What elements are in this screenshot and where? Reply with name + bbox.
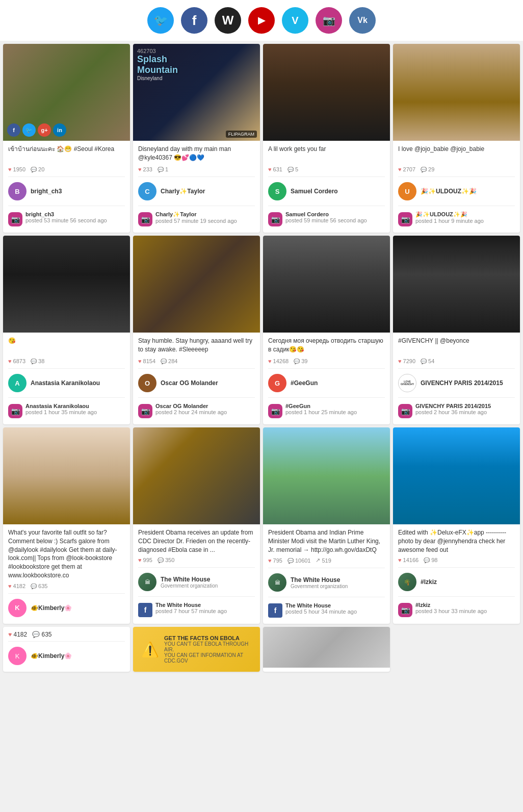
post-author-10: The White House bbox=[155, 602, 227, 608]
profile-section-4: U 🎉✨ULDOUZ✨🎉 bbox=[398, 180, 515, 202]
kimberly-stats-bottom: ♥ 4182 💬 635 bbox=[8, 631, 125, 638]
comment-count-2: 1 bbox=[158, 166, 168, 172]
card-uldouz: I love @jojo_babie @jojo_babie 2707 29 U… bbox=[393, 44, 520, 233]
vk-nav-icon[interactable]: Vk bbox=[349, 7, 376, 34]
card-text-4: I love @jojo_babie @jojo_babie bbox=[398, 145, 515, 163]
avatar-whitehouse-2: 🏛 bbox=[268, 573, 286, 592]
profile-name-5: Anastasia Karanikolaou bbox=[31, 379, 100, 387]
profile-section-7: G #GeeGun bbox=[268, 372, 385, 394]
post-platform-icon-6: 📷 bbox=[138, 404, 152, 418]
heart-count-9: 4182 bbox=[8, 583, 25, 589]
card-lzkiz: Edited with ✨Delux-eFX✨app ---------- ph… bbox=[393, 427, 520, 624]
card-givenchy: #GIVENCHY || @beyonce 7290 54 LOVE GIVEN… bbox=[393, 236, 520, 424]
comment-count-6: 284 bbox=[161, 358, 177, 364]
avatar-5: A bbox=[8, 374, 27, 392]
bottom-row: ♥ 4182 💬 635 K 🐠Kimberly🌸 ⚠️ GET THE FAC… bbox=[0, 627, 523, 675]
post-section-10: f The White House posted 7 hour 57 minut… bbox=[138, 600, 255, 619]
card-geegun: Сегодня моя очередь отводить старшую в с… bbox=[263, 236, 390, 424]
post-platform-icon-10: f bbox=[138, 603, 152, 617]
profile-name-10: The White House bbox=[161, 576, 218, 583]
card-text-5: 😘 bbox=[8, 337, 125, 355]
comment-count-5: 38 bbox=[31, 358, 44, 364]
card-image-5 bbox=[3, 236, 130, 333]
profile-name-kimberly-bottom: 🐠Kimberly🌸 bbox=[31, 652, 72, 659]
profile-subtitle-11: Government organization bbox=[291, 583, 348, 589]
profile-name-1: bright_ch3 bbox=[31, 188, 62, 195]
vimeo-nav-icon[interactable]: V bbox=[282, 7, 308, 34]
post-time-3: posted 59 minute 56 second ago bbox=[285, 217, 367, 223]
post-author-8: GIVENCHY PARIS 2014/2015 bbox=[415, 403, 491, 409]
card-samuel-cordero: A lil work gets you far 631 5 S Samuel C… bbox=[263, 44, 390, 233]
card-text-1: เข้าบ้านก่อนนะคะ 🏠😁 #Seoul #Korea bbox=[8, 145, 125, 163]
post-author-1: bright_ch3 bbox=[25, 211, 107, 217]
card-image-6 bbox=[133, 236, 260, 333]
post-section-4: 📷 🎉✨ULDOUZ✨🎉 posted 1 hour 9 minute ago bbox=[398, 209, 515, 229]
heart-count-10: 995 bbox=[138, 557, 152, 563]
card-text-9: What's your favorite fall outfit so far?… bbox=[8, 528, 125, 580]
card-image-1: f 🐦 g+ in bbox=[3, 44, 130, 141]
share-gp-icon[interactable]: g+ bbox=[38, 123, 51, 137]
heart-count-12: 14166 bbox=[398, 557, 419, 563]
profile-name-11: The White House bbox=[291, 576, 348, 583]
post-platform-icon-11: f bbox=[268, 603, 282, 618]
splash-subtitle: Disneyland bbox=[137, 75, 178, 81]
post-platform-icon-4: 📷 bbox=[398, 212, 412, 226]
avatar-givenchy: LOVE GIVENCHY bbox=[398, 374, 416, 392]
avatar-3: S bbox=[268, 182, 286, 200]
top-bar: 🐦 f W ▶ V 📷 Vk bbox=[0, 0, 523, 41]
post-platform-icon-8: 📷 bbox=[398, 404, 412, 418]
card-image-unknown bbox=[263, 627, 390, 668]
avatar-whitehouse-1: 🏛 bbox=[138, 573, 156, 591]
card-image-9 bbox=[3, 427, 130, 524]
post-time-2: posted 57 minute 19 second ago bbox=[155, 218, 237, 224]
profile-section-8: LOVE GIVENCHY GIVENCHY PARIS 2014/2015 bbox=[398, 372, 515, 394]
card-ebola-banner: ⚠️ GET THE FACTS ON EBOLA YOU CAN'T GET … bbox=[133, 627, 260, 672]
post-author-2: Charly✨Taylor bbox=[155, 211, 237, 218]
post-time-10: posted 7 hour 57 minute ago bbox=[155, 608, 227, 614]
share-fb-icon[interactable]: f bbox=[7, 123, 20, 137]
profile-name-12: #lzkiz bbox=[421, 578, 437, 586]
profile-section-5: A Anastasia Karanikolaou bbox=[8, 372, 125, 394]
card-image-7 bbox=[263, 236, 390, 333]
share-tw-icon[interactable]: 🐦 bbox=[22, 123, 36, 137]
card-kimberly-bottom: ♥ 4182 💬 635 K 🐠Kimberly🌸 bbox=[3, 627, 130, 672]
splash-title: SplashMountain bbox=[137, 54, 178, 75]
card-text-11: President Obama and Indian Prime Ministe… bbox=[268, 528, 385, 554]
heart-count-11: 795 bbox=[268, 557, 282, 564]
post-section-7: 📷 #GeeGun posted 1 hour 25 minute ago bbox=[268, 401, 385, 420]
heart-count-7: 14268 bbox=[268, 358, 289, 364]
profile-name-9: 🐠Kimberly🌸 bbox=[31, 604, 72, 612]
twitter-nav-icon[interactable]: 🐦 bbox=[147, 7, 174, 34]
comment-count-12: 98 bbox=[424, 557, 437, 563]
comment-count-3: 5 bbox=[287, 166, 298, 172]
post-time-12: posted 3 hour 33 minute ago bbox=[415, 608, 487, 614]
profile-section-10: 🏛 The White House Government organizatio… bbox=[138, 571, 255, 593]
comment-count-1: 20 bbox=[31, 166, 44, 172]
post-time-1: posted 53 minute 56 second ago bbox=[25, 217, 107, 223]
splash-count: 462703 bbox=[137, 48, 178, 54]
post-platform-icon-5: 📷 bbox=[8, 404, 22, 418]
card-charly-taylor: 462703 SplashMountain Disneyland FLIPAGR… bbox=[133, 44, 260, 233]
avatar-1: B bbox=[8, 182, 27, 200]
card-image-4 bbox=[393, 44, 520, 141]
profile-name-8: GIVENCHY PARIS 2014/2015 bbox=[421, 379, 503, 387]
heart-count-6: 8154 bbox=[138, 358, 155, 364]
card-whitehouse-monument: President Obama and Indian Prime Ministe… bbox=[263, 427, 390, 624]
post-section-5: 📷 Anastasia Karanikolaou posted 1 hour 3… bbox=[8, 401, 125, 420]
instagram-nav-icon[interactable]: 📷 bbox=[316, 7, 342, 34]
profile-subtitle-10: Government organization bbox=[161, 583, 218, 589]
card-text-3: A lil work gets you far bbox=[268, 145, 385, 163]
facebook-nav-icon[interactable]: f bbox=[181, 7, 207, 34]
post-time-7: posted 1 hour 25 minute ago bbox=[285, 409, 357, 415]
share-li-icon[interactable]: in bbox=[53, 123, 66, 137]
avatar-2: C bbox=[138, 182, 156, 200]
post-section-1: 📷 bright_ch3 posted 53 minute 56 second … bbox=[8, 209, 125, 229]
post-section-6: 📷 Oscar OG Molander posted 2 hour 24 min… bbox=[138, 401, 255, 420]
profile-name-3: Samuel Cordero bbox=[291, 188, 338, 195]
post-time-6: posted 2 hour 24 minute ago bbox=[155, 409, 227, 415]
ebola-subtext: YOU CAN'T GET EBOLA THROUGH AIR.YOU CAN … bbox=[164, 641, 252, 664]
card-image-10 bbox=[133, 427, 260, 524]
youtube-nav-icon[interactable]: ▶ bbox=[248, 7, 275, 34]
comment-count-4: 29 bbox=[421, 166, 434, 172]
wordpress-nav-icon[interactable]: W bbox=[215, 7, 241, 34]
